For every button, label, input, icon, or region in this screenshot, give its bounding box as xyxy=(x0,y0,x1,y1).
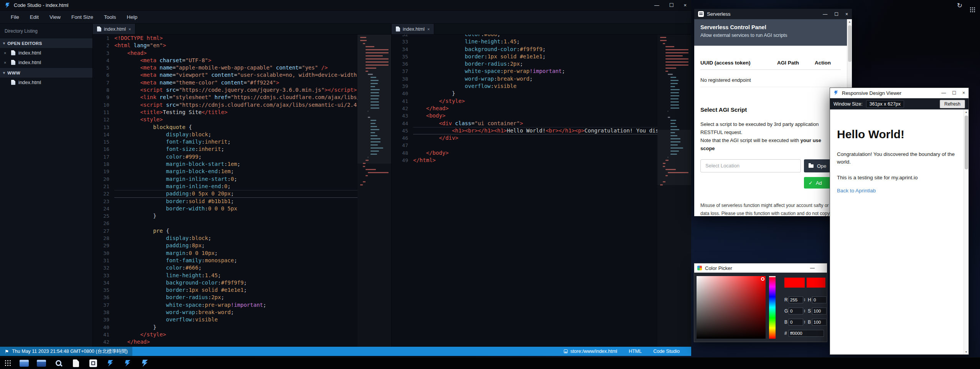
refresh-button[interactable]: Refresh xyxy=(940,100,965,108)
start-button[interactable] xyxy=(5,360,12,366)
code-line-26[interactable] xyxy=(114,220,357,227)
sidebar-file-index.html[interactable]: index.html xyxy=(0,78,92,87)
close-icon[interactable]: × xyxy=(962,91,965,95)
menu-file[interactable]: File xyxy=(5,11,25,24)
menu-font-size[interactable]: Font Size xyxy=(66,11,99,24)
taskbar-search-icon[interactable] xyxy=(54,359,64,368)
code-line-16[interactable]: font-size:inherit; xyxy=(114,146,357,153)
code-line-39[interactable]: overflow:visible xyxy=(413,83,657,90)
section-open-editors[interactable]: ▾ OPEN EDITORS xyxy=(0,38,92,48)
window-size-value[interactable]: 361px x 627px xyxy=(866,100,904,108)
channel-value-S[interactable]: 100 xyxy=(812,308,827,314)
code-editor[interactable]: color:#666; line-height:1.45; background… xyxy=(413,35,657,347)
code-line-7[interactable]: <meta name="theme-color" content="#ff922… xyxy=(114,79,357,86)
code-line-29[interactable]: padding:8px; xyxy=(114,242,357,249)
code-line-39[interactable]: overflow:visible xyxy=(114,316,357,323)
code-line-3[interactable]: <head> xyxy=(114,50,357,57)
app-name-status[interactable]: Code Studio xyxy=(653,349,680,354)
saturation-brightness-area[interactable] xyxy=(697,276,766,339)
code-line-33[interactable]: line-height:1.45; xyxy=(114,272,357,279)
scroll-thumb[interactable] xyxy=(965,116,968,169)
menu-view[interactable]: View xyxy=(44,11,66,24)
taskbar-document-icon[interactable] xyxy=(71,359,81,368)
code-line-12[interactable]: <style> xyxy=(114,116,357,123)
stepper-icon[interactable]: ▲▼ xyxy=(804,320,807,324)
code-line-14[interactable]: display:block; xyxy=(114,131,357,138)
code-line-5[interactable]: <meta name="apple-mobile-web-app-capable… xyxy=(114,64,357,71)
taskbar-code-studio-icon[interactable] xyxy=(123,359,133,368)
code-line-28[interactable]: display:block; xyxy=(114,235,357,242)
language-status[interactable]: HTML xyxy=(629,349,642,354)
scroll-up-icon[interactable]: ▲ xyxy=(847,20,852,23)
code-line-9[interactable]: <link rel="stylesheet" href="https://cdn… xyxy=(114,94,357,101)
code-line-34[interactable]: background-color:#f9f9f9; xyxy=(413,46,657,53)
minimap[interactable] xyxy=(657,35,691,347)
menu-tools[interactable]: Tools xyxy=(99,11,122,24)
color-cursor[interactable] xyxy=(761,277,764,281)
sidebar-file-index.html[interactable]: ×index.html xyxy=(0,48,92,58)
code-line-46[interactable]: </div> xyxy=(413,134,657,142)
code-line-38[interactable]: word-wrap:break-word; xyxy=(114,309,357,316)
app-grid-icon[interactable] xyxy=(970,3,975,8)
channel-value-R[interactable]: 255 xyxy=(789,296,803,303)
sidebar-file-index.html[interactable]: ×index.html xyxy=(0,58,92,67)
minimize-icon[interactable]: — xyxy=(810,266,815,270)
maximize-icon[interactable]: ☐ xyxy=(952,91,956,95)
stepper-icon[interactable]: ▲▼ xyxy=(804,309,807,313)
code-line-31[interactable]: font-family:monospace; xyxy=(114,257,357,264)
code-line-41[interactable]: </style> xyxy=(114,331,357,338)
code-line-6[interactable]: <meta name="viewport" content="user-scal… xyxy=(114,71,357,79)
code-line-21[interactable]: margin-inline-end:0; xyxy=(114,183,357,190)
code-line-34[interactable]: background-color:#f9f9f9; xyxy=(114,279,357,286)
restore-icon[interactable]: ☐ xyxy=(669,3,674,8)
minimize-icon[interactable]: — xyxy=(823,12,827,17)
agi-script-select[interactable]: Select Location xyxy=(700,159,801,172)
back-to-aprintlab-link[interactable]: Back to Aprintlab xyxy=(837,188,876,194)
code-line-35[interactable]: border:1px solid #e1e1e1; xyxy=(114,286,357,294)
datetime-status[interactable]: ⚑ Thu May 11 2023 21:54:48 GMT+0800 (台北標… xyxy=(0,347,132,356)
code-line-4[interactable]: <meta charset="UTF-8"> xyxy=(114,57,357,64)
taskbar-file-manager-icon[interactable] xyxy=(19,359,29,368)
code-line-11[interactable]: <title>Testing Site</title> xyxy=(114,109,357,116)
stepper-icon[interactable]: ▲▼ xyxy=(804,298,807,302)
tab-index-html[interactable]: index.html × xyxy=(392,24,434,34)
scroll-thumb[interactable] xyxy=(848,25,852,62)
channel-value-G[interactable]: 0 xyxy=(789,308,803,314)
code-line-13[interactable]: blockquote { xyxy=(114,124,357,131)
file-path-status[interactable]: store:/www/index.html xyxy=(564,349,617,354)
code-line-22[interactable]: padding:0 5px 0 20px; xyxy=(114,190,357,197)
code-line-43[interactable]: <body> xyxy=(413,112,657,119)
scroll-down-icon[interactable]: ▼ xyxy=(964,351,968,353)
close-tab-icon[interactable]: × xyxy=(427,27,430,31)
code-line-42[interactable]: </head> xyxy=(114,338,357,346)
code-line-1[interactable]: <!DOCTYPE html> xyxy=(114,35,357,42)
code-line-2[interactable]: <html lang="en"> xyxy=(114,42,357,49)
minimap[interactable] xyxy=(357,35,391,347)
code-line-32[interactable]: color:#666; xyxy=(413,35,657,38)
code-line-25[interactable]: } xyxy=(114,212,357,220)
code-line-41[interactable]: </style> xyxy=(413,98,657,105)
code-line-47[interactable] xyxy=(413,142,657,149)
close-icon[interactable]: × xyxy=(684,3,687,8)
channel-value-B[interactable]: 0 xyxy=(789,319,803,326)
minimize-icon[interactable]: — xyxy=(654,3,659,8)
code-line-40[interactable]: } xyxy=(114,324,357,331)
taskbar-serverless-icon[interactable] xyxy=(88,359,98,368)
close-icon[interactable]: × xyxy=(845,12,848,17)
close-tab-icon[interactable]: × xyxy=(128,27,131,31)
channel-value-H[interactable]: 0 xyxy=(812,296,827,303)
close-editor-icon[interactable]: × xyxy=(4,51,8,55)
code-line-10[interactable]: <script src="https://cdnjs.cloudflare.co… xyxy=(114,101,357,109)
code-line-33[interactable]: line-height:1.45; xyxy=(413,38,657,45)
code-line-32[interactable]: color:#666; xyxy=(114,264,357,271)
code-line-23[interactable]: border:solid #b1b1b1; xyxy=(114,198,357,205)
minimize-icon[interactable]: — xyxy=(941,91,946,95)
code-line-40[interactable]: } xyxy=(413,90,657,97)
section-www[interactable]: ▾ WWW xyxy=(0,68,92,78)
code-line-8[interactable]: <script src="https://code.jquery.com/jqu… xyxy=(114,86,357,94)
channel-value-B[interactable]: 100 xyxy=(812,319,827,326)
menu-edit[interactable]: Edit xyxy=(25,11,44,24)
code-line-27[interactable]: pre { xyxy=(114,227,357,235)
scrollbar[interactable]: ▲ ▼ xyxy=(964,109,968,354)
code-line-19[interactable]: margin-block-end:1em; xyxy=(114,168,357,175)
